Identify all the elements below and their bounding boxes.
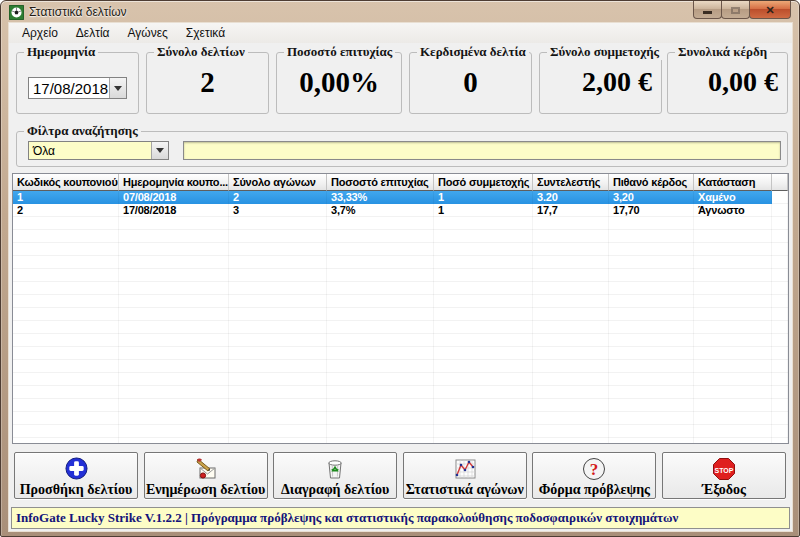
success-rate-panel: Ποσοστό επιτυχίας 0,00% [276, 52, 402, 114]
date-value: 17/08/2018 [29, 78, 109, 98]
update-coupon-button[interactable]: Ενημέρωση δελτίου [144, 452, 268, 499]
svg-text:?: ? [590, 460, 599, 479]
total-stake-label: Σύνολο συμμετοχής [547, 44, 662, 60]
total-coupons-label: Σύνολο δελτίων [154, 44, 248, 60]
question-icon: ? [582, 456, 606, 481]
maximize-button[interactable] [721, 1, 750, 19]
date-group-label: Ημερομηνία [24, 44, 98, 60]
action-buttons: Προσθήκη δελτίου Ενημέρωση δελτίου [14, 452, 786, 500]
table-row[interactable]: 1 07/08/2018 2 33,33% 1 3.20 3,20 Χαμένο [13, 191, 772, 204]
minimize-button[interactable] [693, 1, 722, 19]
title-bar[interactable]: Στατιστικά δελτίων ✕ [1, 1, 799, 23]
window-title: Στατιστικά δελτίων [29, 5, 127, 19]
chevron-down-icon [114, 86, 122, 91]
col-header-coupon-code[interactable]: Κωδικός κουπονιού [13, 174, 119, 191]
date-groupbox: Ημερομηνία 17/08/2018 [16, 52, 139, 114]
soccer-ball-icon [9, 5, 24, 20]
table-header: Κωδικός κουπονιού Ημερομηνία κουπο... Σύ… [13, 174, 788, 191]
delete-coupon-button[interactable]: Διαγραφή δελτίου [273, 452, 397, 499]
chart-icon [452, 456, 478, 481]
menu-about[interactable]: Σχετικά [177, 24, 234, 42]
col-header-stub [772, 174, 788, 191]
success-rate-label: Ποσοστό επιτυχίας [284, 44, 395, 60]
col-header-stake[interactable]: Ποσό συμμετοχής [434, 174, 533, 191]
app-window: Στατιστικά δελτίων ✕ Αρχείο Δελτία Αγώνε… [0, 0, 800, 537]
date-dropdown[interactable]: 17/08/2018 [28, 77, 127, 99]
plus-icon [65, 456, 88, 481]
status-bar: InfoGate Lucky Strike V.1.2.2 | Πρόγραμμ… [11, 507, 790, 529]
filter-dropdown-button[interactable] [151, 142, 168, 159]
svg-text:STOP: STOP [715, 466, 734, 473]
stop-icon: STOP [712, 456, 736, 481]
chevron-down-icon [156, 148, 164, 153]
filter-search-input[interactable] [183, 141, 781, 160]
recycle-bin-icon [323, 456, 347, 481]
client-area: Αρχείο Δελτία Αγώνες Σχετικά Ημερομηνία … [9, 23, 792, 531]
filters-group-label: Φίλτρα αναζήτησης [24, 123, 141, 139]
exit-button[interactable]: STOP Έξοδος [662, 452, 786, 499]
minimize-icon [703, 11, 712, 14]
total-profit-panel: Συνολικά κέρδη 0,00 € [667, 52, 788, 114]
close-button[interactable]: ✕ [749, 1, 791, 19]
total-coupons-value: 2 [147, 66, 268, 99]
col-header-coupon-date[interactable]: Ημερομηνία κουπο... [119, 174, 229, 191]
filter-dropdown-value: Όλα [29, 142, 151, 159]
date-dropdown-button[interactable] [109, 78, 126, 98]
won-coupons-panel: Κερδισμένα δελτία 0 [409, 52, 532, 114]
menu-file[interactable]: Αρχείο [13, 24, 67, 42]
table-gridlines [13, 191, 788, 443]
maximize-icon [731, 7, 740, 14]
menu-matches[interactable]: Αγώνες [119, 24, 177, 42]
total-stake-value: 2,00 € [540, 66, 661, 98]
won-coupons-label: Κερδισμένα δελτία [417, 44, 529, 60]
won-coupons-value: 0 [410, 66, 531, 99]
col-header-potential-profit[interactable]: Πιθανό κέρδος [609, 174, 694, 191]
update-envelope-icon [193, 456, 219, 481]
col-header-status[interactable]: Κατάσταση [694, 174, 772, 191]
window-controls: ✕ [694, 1, 791, 19]
success-rate-value: 0,00% [277, 66, 401, 99]
filter-dropdown[interactable]: Όλα [28, 141, 169, 160]
total-stake-panel: Σύνολο συμμετοχής 2,00 € [539, 52, 662, 114]
col-header-odds[interactable]: Συντελεστής [533, 174, 609, 191]
total-profit-label: Συνολικά κέρδη [675, 44, 770, 60]
coupons-table: Κωδικός κουπονιού Ημερομηνία κουπο... Σύ… [12, 173, 789, 444]
table-body: 1 07/08/2018 2 33,33% 1 3.20 3,20 Χαμένο… [13, 191, 788, 443]
menu-bar: Αρχείο Δελτία Αγώνες Σχετικά [9, 23, 792, 43]
match-statistics-button[interactable]: Στατιστικά αγώνων [403, 452, 527, 499]
add-coupon-button[interactable]: Προσθήκη δελτίου [14, 452, 138, 499]
col-header-total-matches[interactable]: Σύνολο αγώνων [229, 174, 327, 191]
menu-coupons[interactable]: Δελτία [67, 24, 119, 42]
col-header-success-rate[interactable]: Ποσοστό επιτυχίας [327, 174, 434, 191]
filters-groupbox: Φίλτρα αναζήτησης Όλα [16, 131, 788, 167]
close-icon: ✕ [765, 2, 774, 18]
table-row[interactable]: 2 17/08/2018 3 3,7% 1 17,7 17,70 Άγνωστο [13, 204, 772, 217]
total-profit-value: 0,00 € [668, 66, 787, 98]
total-coupons-panel: Σύνολο δελτίων 2 [146, 52, 269, 114]
prediction-form-button[interactable]: ? Φόρμα πρόβλεψης [532, 452, 656, 499]
